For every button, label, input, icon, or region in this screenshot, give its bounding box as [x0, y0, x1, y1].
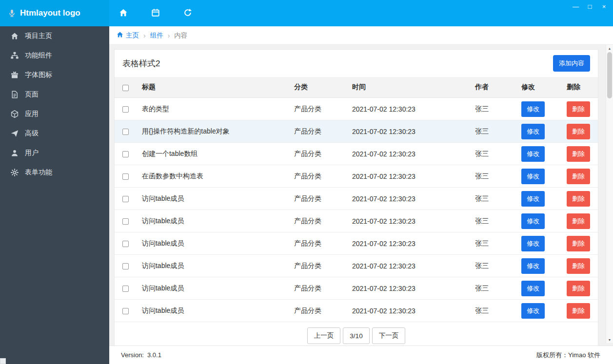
row-checkbox[interactable]: [122, 218, 129, 225]
cell-title: 访问table成员: [138, 277, 290, 300]
calendar-icon: [151, 8, 160, 19]
sitemap-icon: [10, 52, 19, 59]
table-row: 在函数参数中构造表 产品分类 2021-07-02 12:30:23 张三 修改…: [115, 165, 598, 188]
cell-author: 张三: [471, 165, 517, 188]
sidebar-item-label: 表单功能: [25, 168, 52, 177]
scroll-up-arrow[interactable]: ▲: [606, 45, 613, 52]
calendar-button[interactable]: [150, 7, 161, 19]
edit-button[interactable]: 修改: [521, 213, 545, 229]
cell-author: 张三: [471, 255, 517, 277]
add-content-button[interactable]: 添加内容: [553, 55, 590, 72]
sidebar-item-components[interactable]: 功能组件: [0, 46, 109, 65]
cell-author: 张三: [471, 120, 517, 143]
breadcrumb-separator: ›: [143, 32, 146, 39]
select-all-checkbox[interactable]: [122, 85, 129, 91]
delete-button[interactable]: 删除: [567, 146, 590, 162]
sidebar-item-users[interactable]: 用户: [0, 143, 109, 163]
row-checkbox[interactable]: [122, 241, 129, 247]
data-table: 标题 分类 时间 作者 修改 删除 表的类型 产品分类: [115, 77, 598, 322]
breadcrumb: 主页 › 组件 › 内容: [109, 26, 613, 45]
edit-button[interactable]: 修改: [521, 258, 545, 274]
cell-author: 张三: [471, 300, 517, 322]
column-header-time: 时间: [348, 77, 471, 98]
delete-button[interactable]: 删除: [567, 236, 590, 251]
breadcrumb-section-link[interactable]: 组件: [150, 31, 163, 40]
table-row: 访问table成员 产品分类 2021-07-02 12:30:23 张三 修改…: [115, 277, 598, 300]
delete-button[interactable]: 删除: [567, 169, 590, 184]
delete-button[interactable]: 删除: [567, 101, 590, 117]
sidebar-item-pages[interactable]: 页面: [0, 85, 109, 104]
cell-time: 2021-07-02 12:30:23: [348, 143, 471, 165]
cell-title: 用{}操作符构造新的table对象: [138, 120, 290, 143]
refresh-button[interactable]: [182, 7, 193, 19]
delete-button[interactable]: 删除: [567, 281, 590, 296]
edit-button[interactable]: 修改: [521, 169, 545, 184]
cell-time: 2021-07-02 12:30:23: [348, 300, 471, 322]
sidebar-item-project-home[interactable]: 项目主页: [0, 26, 109, 46]
edit-button[interactable]: 修改: [521, 191, 545, 207]
table-row: 访问table成员 产品分类 2021-07-02 12:30:23 张三 修改…: [115, 255, 598, 277]
edit-button[interactable]: 修改: [521, 303, 545, 319]
cube-icon: [10, 110, 19, 118]
maximize-button[interactable]: □: [584, 1, 596, 11]
table-row: 用{}操作符构造新的table对象 产品分类 2021-07-02 12:30:…: [115, 120, 598, 143]
row-checkbox[interactable]: [122, 263, 129, 269]
copyright-text: 版权所有：Yimao 软件: [536, 351, 600, 360]
sidebar-item-form-features[interactable]: 表单功能: [0, 163, 109, 182]
scrollbar-thumb[interactable]: [607, 52, 612, 98]
file-icon: [10, 91, 19, 98]
row-checkbox[interactable]: [122, 129, 129, 135]
cell-title: 访问table成员: [138, 255, 290, 277]
row-checkbox[interactable]: [122, 286, 129, 292]
cell-category: 产品分类: [290, 98, 348, 120]
edit-button[interactable]: 修改: [521, 281, 545, 296]
column-header-edit: 修改: [517, 77, 563, 98]
delete-button[interactable]: 删除: [567, 191, 590, 207]
row-checkbox[interactable]: [122, 308, 129, 314]
breadcrumb-separator: ›: [168, 32, 170, 39]
card-title: 表格样式2: [122, 58, 160, 69]
sidebar-item-apps[interactable]: 应用: [0, 104, 109, 124]
cell-time: 2021-07-02 12:30:23: [348, 210, 471, 232]
edit-button[interactable]: 修改: [521, 236, 545, 251]
breadcrumb-home-link[interactable]: 主页: [117, 31, 139, 40]
cell-category: 产品分类: [290, 210, 348, 232]
scroll-down-arrow[interactable]: ▼: [606, 336, 613, 343]
delete-button[interactable]: 删除: [567, 303, 590, 319]
next-page-button[interactable]: 下一页: [372, 327, 406, 344]
edit-button[interactable]: 修改: [521, 124, 545, 139]
cell-title: 访问table成员: [138, 300, 290, 322]
delete-button[interactable]: 删除: [567, 124, 590, 139]
sidebar-item-label: 页面: [25, 90, 39, 99]
prev-page-button[interactable]: 上一页: [307, 327, 341, 344]
version-value: 3.0.1: [147, 351, 161, 359]
vertical-scrollbar[interactable]: ▲ ▼: [606, 45, 613, 343]
row-checkbox[interactable]: [122, 196, 129, 202]
sidebar-item-advanced[interactable]: 高级: [0, 124, 109, 143]
cell-time: 2021-07-02 12:30:23: [348, 188, 471, 210]
delete-button[interactable]: 删除: [567, 258, 590, 274]
refresh-icon: [183, 8, 192, 19]
cell-category: 产品分类: [290, 188, 348, 210]
row-checkbox[interactable]: [122, 173, 129, 180]
cell-category: 产品分类: [290, 120, 348, 143]
row-checkbox[interactable]: [122, 151, 129, 157]
column-header-delete: 删除: [563, 77, 598, 98]
row-checkbox[interactable]: [122, 106, 129, 113]
table-row: 创建一个table数组 产品分类 2021-07-02 12:30:23 张三 …: [115, 143, 598, 165]
window-controls: — □ ×: [570, 1, 610, 11]
home-button[interactable]: [118, 7, 129, 19]
cell-time: 2021-07-02 12:30:23: [348, 277, 471, 300]
sidebar-item-label: 高级: [25, 129, 39, 138]
sidebar-item-font-icons[interactable]: 字体图标: [0, 65, 109, 85]
minimize-button[interactable]: —: [570, 1, 582, 11]
card-header: 表格样式2 添加内容: [115, 50, 598, 77]
cell-title: 访问table成员: [138, 210, 290, 232]
edit-button[interactable]: 修改: [521, 146, 545, 162]
table-row: 表的类型 产品分类 2021-07-02 12:30:23 张三 修改 删除: [115, 98, 598, 120]
close-button[interactable]: ×: [598, 1, 610, 11]
edit-button[interactable]: 修改: [521, 101, 545, 117]
delete-button[interactable]: 删除: [567, 213, 590, 229]
table-row: 访问table成员 产品分类 2021-07-02 12:30:23 张三 修改…: [115, 210, 598, 232]
cell-author: 张三: [471, 143, 517, 165]
